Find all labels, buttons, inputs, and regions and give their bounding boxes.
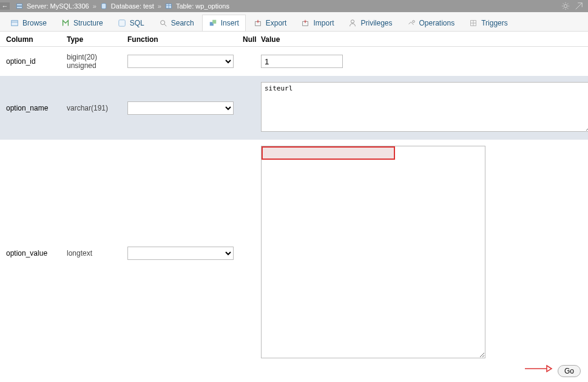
tab-privileges[interactable]: Privileges [342, 15, 399, 31]
tab-structure[interactable]: Structure [55, 15, 110, 31]
column-name: option_value [6, 249, 67, 258]
tab-sql[interactable]: SQL [111, 15, 151, 31]
triggers-icon [469, 19, 478, 27]
column-name: option_name [6, 104, 67, 112]
header-column: Column [6, 35, 67, 44]
tabs-bar: Browse Structure SQL Search Insert Expor… [0, 12, 588, 32]
privileges-icon [348, 19, 357, 27]
breadcrumb-database[interactable]: Database: test [111, 2, 154, 10]
field-row-option-id: option_id bigint(20) unsigned [0, 47, 588, 76]
sql-icon [118, 19, 126, 27]
tab-label: Browse [22, 19, 47, 27]
tab-label: Structure [73, 19, 103, 27]
exit-icon[interactable] [575, 2, 583, 10]
tab-label: Search [171, 19, 194, 27]
field-row-option-name: option_name varchar(191) [0, 76, 588, 140]
tab-search[interactable]: Search [152, 15, 201, 31]
gear-icon[interactable] [561, 2, 570, 10]
header-value: Value [261, 35, 582, 44]
svg-rect-7 [12, 21, 18, 26]
column-type: varchar(191) [67, 104, 127, 112]
svg-point-6 [564, 4, 567, 7]
operations-icon [407, 19, 416, 27]
tab-import[interactable]: Import [294, 15, 340, 31]
browse-icon [10, 19, 19, 27]
value-textarea-option-name[interactable] [261, 82, 588, 132]
breadcrumb-sep: » [158, 2, 161, 10]
svg-point-10 [160, 21, 164, 25]
form-footer: Go [0, 360, 588, 382]
table-icon [165, 2, 172, 10]
breadcrumb-server[interactable]: Server: MySQL:3306 [27, 2, 89, 10]
column-type: bigint(20) unsigned [67, 53, 127, 70]
tab-triggers[interactable]: Triggers [462, 15, 515, 31]
header-function: Function [127, 35, 243, 44]
value-textarea-option-value[interactable] [261, 146, 485, 358]
tab-insert[interactable]: Insert [202, 15, 246, 31]
svg-point-16 [351, 20, 354, 23]
column-type: longtext [67, 249, 127, 258]
value-input-option-id[interactable] [261, 55, 343, 68]
tab-label: Import [313, 19, 334, 27]
structure-icon [61, 19, 70, 27]
tab-label: Insert [221, 19, 239, 27]
import-icon [301, 19, 309, 27]
go-button[interactable]: Go [558, 365, 581, 377]
svg-rect-9 [118, 20, 125, 27]
svg-point-17 [412, 21, 414, 23]
header-type: Type [67, 35, 127, 44]
highlight-annotation [262, 146, 395, 160]
function-select[interactable] [127, 55, 234, 68]
search-icon [159, 19, 167, 27]
tab-label: Triggers [481, 19, 508, 27]
function-select[interactable] [127, 101, 234, 115]
column-name: option_id [6, 57, 67, 66]
tab-browse[interactable]: Browse [4, 15, 53, 31]
grid-header: Column Type Function Null Value [0, 32, 588, 47]
server-icon [16, 2, 23, 10]
tab-label: Operations [419, 19, 455, 27]
svg-rect-1 [17, 7, 22, 9]
tab-label: Privileges [360, 19, 392, 27]
export-icon [254, 19, 262, 27]
collapse-nav-icon[interactable]: ← [0, 2, 10, 10]
svg-rect-13 [212, 20, 216, 24]
tab-operations[interactable]: Operations [400, 15, 462, 31]
tab-label: Export [266, 19, 287, 27]
header-null: Null [243, 35, 261, 44]
breadcrumb-table[interactable]: Table: wp_options [176, 2, 229, 10]
svg-line-11 [164, 24, 166, 27]
field-row-option-value: option_value longtext [0, 140, 588, 366]
function-select[interactable] [127, 247, 234, 260]
breadcrumb-sep: » [93, 2, 96, 10]
svg-rect-0 [17, 4, 22, 5]
breadcrumb: ← Server: MySQL:3306 » Database: test » … [0, 0, 588, 12]
tab-label: SQL [130, 19, 144, 27]
insert-icon [209, 19, 217, 27]
tab-export[interactable]: Export [247, 15, 294, 31]
database-icon [100, 2, 107, 10]
